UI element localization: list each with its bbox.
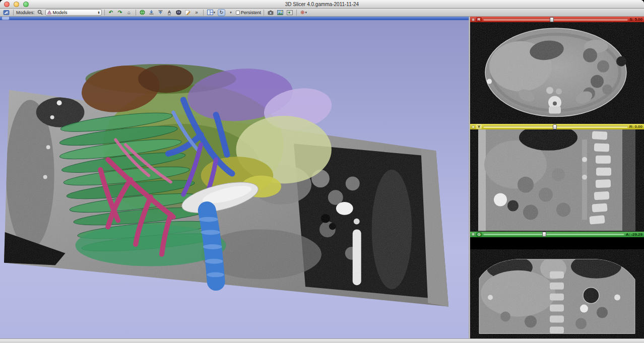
toolbar-separator xyxy=(136,10,136,16)
threed-view-pin-tab[interactable] xyxy=(2,17,10,20)
close-button[interactable] xyxy=(4,2,10,7)
window-controls xyxy=(4,2,29,7)
yellow-slider-handle[interactable] xyxy=(553,124,557,129)
yellow-slice-menu-button[interactable]: Y xyxy=(476,124,482,129)
window-titlebar[interactable]: 3D Slicer 4.0.gamma-2011-11-24 xyxy=(0,0,644,9)
mouse-mode-caret-button[interactable]: ▾ xyxy=(227,9,234,16)
module-selector-value: Models xyxy=(53,10,97,15)
save-data-icon xyxy=(158,10,163,15)
red-slider-handle[interactable] xyxy=(550,17,554,22)
pencil-icon xyxy=(185,10,190,15)
axial-slice-image[interactable] xyxy=(470,22,644,123)
dropdown-caret-icon: ▾ xyxy=(230,11,232,14)
status-bar xyxy=(0,338,644,343)
rotate-icon: ↻ xyxy=(219,10,223,15)
dropdown-caret-icon: ▾ xyxy=(305,11,307,14)
module-selector[interactable]: Models ▲▼ xyxy=(45,9,102,16)
yellow-slice-offset-slider[interactable] xyxy=(483,126,628,128)
green-slice-view: G A: -29.29 xyxy=(470,231,644,338)
main-toolbar: Modules: Models ▲▼ ↶ ↷ ⌂ A » xyxy=(0,9,644,17)
yellow-slice-view: Y R: 0.00 xyxy=(470,123,644,231)
globe-icon xyxy=(140,10,145,15)
red-slice-offset-slider[interactable] xyxy=(483,19,628,21)
slicer-logo-button[interactable] xyxy=(2,9,11,16)
zoom-button[interactable] xyxy=(23,2,29,7)
extensions-button[interactable] xyxy=(139,9,146,16)
models-module-icon xyxy=(47,10,52,15)
scene-view-icon xyxy=(277,10,283,15)
yellow-slice-controller: Y R: 0.00 xyxy=(470,124,644,129)
main-content: R S: 5.00 xyxy=(0,17,644,338)
rotate-mode-button[interactable]: ↻ xyxy=(218,9,225,16)
toolbar-separator xyxy=(264,10,264,16)
slice-panel: R S: 5.00 xyxy=(470,17,644,338)
modules-label: Modules: xyxy=(16,10,35,15)
module-search-button[interactable] xyxy=(36,9,44,16)
layout-grid-icon xyxy=(207,10,213,15)
crosshair-toggle-button[interactable]: ⊕ ▾ xyxy=(299,9,308,16)
toolbar-separator xyxy=(203,10,204,16)
threed-scene[interactable] xyxy=(0,20,469,338)
home-module-button[interactable]: ⌂ xyxy=(125,9,133,16)
save-data-button[interactable] xyxy=(157,9,164,16)
toolbar-separator xyxy=(13,10,14,16)
mask-icon xyxy=(176,10,181,15)
green-slice-offset-slider[interactable] xyxy=(483,233,624,235)
camera-icon xyxy=(268,10,274,15)
forward-icon: ↷ xyxy=(118,10,122,15)
annotations-button[interactable]: A xyxy=(166,9,173,16)
threed-canvas[interactable] xyxy=(0,20,469,338)
green-slider-handle[interactable] xyxy=(542,232,546,237)
pushpin-icon[interactable] xyxy=(472,18,475,21)
persistent-label: Persistent xyxy=(241,10,261,15)
history-back-button[interactable]: ↶ xyxy=(107,9,115,16)
coronal-slice-image[interactable] xyxy=(470,237,644,338)
toolbar-separator xyxy=(296,10,297,16)
red-slice-view: R S: 5.00 xyxy=(470,17,644,123)
green-slice-controller: G A: -29.29 xyxy=(470,232,644,237)
scene-view-add-button[interactable] xyxy=(276,9,284,16)
scene-view-restore-icon xyxy=(287,10,293,15)
minimize-button[interactable] xyxy=(14,2,19,7)
dropdown-caret-icon: ▾ xyxy=(214,11,216,14)
scene-view-restore-button[interactable] xyxy=(286,9,294,16)
toolbar-separator xyxy=(104,10,105,16)
pushpin-icon[interactable] xyxy=(472,233,475,236)
threed-view-controller-bar[interactable] xyxy=(0,17,469,20)
load-data-button[interactable] xyxy=(148,9,155,16)
sagittal-slice-image[interactable] xyxy=(470,129,644,231)
history-forward-button[interactable]: ↷ xyxy=(116,9,124,16)
layout-selector-button[interactable]: ▾ xyxy=(206,9,217,16)
red-slice-offset-value: S: 5.00 xyxy=(629,17,642,22)
pushpin-icon[interactable] xyxy=(472,125,475,128)
window-title: 3D Slicer 4.0.gamma-2011-11-24 xyxy=(0,2,644,7)
annotation-a-icon: A xyxy=(168,10,171,15)
green-slice-menu-button[interactable]: G xyxy=(476,232,482,237)
back-icon: ↶ xyxy=(109,10,113,15)
search-icon xyxy=(37,10,43,15)
threed-view xyxy=(0,17,469,338)
persistent-toggle[interactable]: Persistent xyxy=(236,10,261,15)
roi-mask-button[interactable] xyxy=(175,9,182,16)
red-slice-menu-button[interactable]: R xyxy=(476,17,482,22)
green-slice-offset-value: A: -29.29 xyxy=(626,232,642,237)
red-slice-controller: R S: 5.00 xyxy=(470,17,644,22)
persistent-checkbox[interactable] xyxy=(236,11,240,15)
screenshot-button[interactable] xyxy=(267,9,275,16)
slicer-window: 3D Slicer 4.0.gamma-2011-11-24 Modules: … xyxy=(0,0,644,343)
toolbar-overflow-button[interactable]: » xyxy=(193,9,201,16)
load-data-icon xyxy=(149,10,154,15)
crosshair-icon: ⊕ xyxy=(300,10,304,15)
slicer-logo-icon xyxy=(3,10,10,16)
yellow-slice-offset-value: R: 0.00 xyxy=(629,124,642,129)
home-icon: ⌂ xyxy=(127,10,131,15)
editor-button[interactable] xyxy=(184,9,191,16)
combo-spinner-icon: ▲▼ xyxy=(98,11,100,14)
